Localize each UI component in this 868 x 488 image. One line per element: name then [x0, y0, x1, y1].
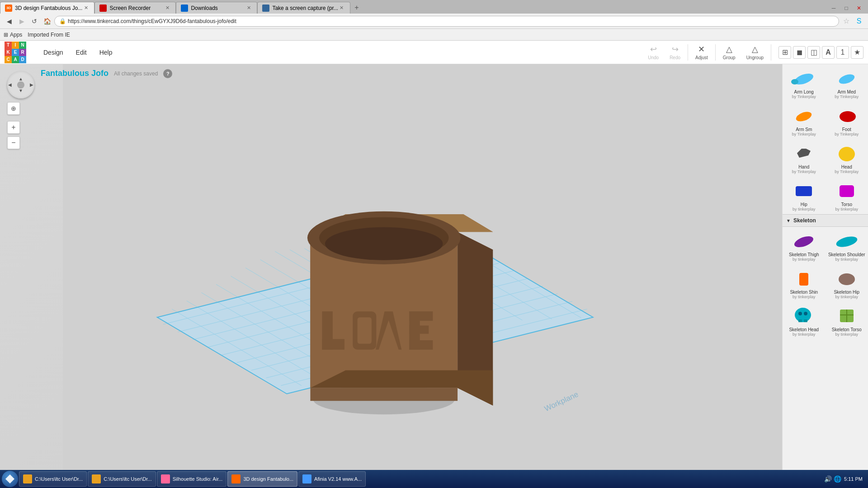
tab-downloads[interactable]: Downloads ✕	[176, 2, 257, 14]
star-view-button[interactable]: ★	[851, 46, 863, 59]
bookmark-apps[interactable]: ⊞ Apps	[4, 32, 22, 38]
shape-arm-sm[interactable]: Arm Sm by Tinkerplay	[783, 102, 826, 139]
tab-close-3d[interactable]: ✕	[82, 5, 90, 12]
skeleton-shin-preview	[790, 267, 817, 290]
compass-control[interactable]: ▲ ◀ ▶ ▼	[7, 71, 34, 99]
svg-rect-46	[358, 317, 372, 344]
tab-bar: 3D 3D design Fantabulous Jo... ✕ Screen …	[0, 0, 868, 14]
shape-hand[interactable]: Hand by Tinkerplay	[783, 139, 826, 177]
nav-edit[interactable]: Edit	[71, 47, 92, 58]
shape-arm-med[interactable]: Arm Med by Tinkerplay	[826, 64, 868, 102]
main-content: T I N K E R C A D Design Edit	[0, 41, 868, 488]
taskbar-app-afinia[interactable]: Afinia V2.14 www.A...	[298, 471, 366, 487]
svg-point-64	[835, 235, 859, 249]
taskbar-app-explorer-2[interactable]: C:\Users\ltc User\Dr...	[88, 471, 156, 487]
svg-point-63	[793, 234, 815, 249]
shape-arm-long[interactable]: Arm Long by Tinkerplay	[783, 64, 826, 102]
text-view-button[interactable]: A	[822, 46, 835, 59]
logo-T: T	[5, 42, 12, 49]
shape-skeleton-thigh[interactable]: Skeleton Thigh by tinkerplay	[783, 227, 826, 264]
orbit-button[interactable]: ⊕	[7, 102, 20, 115]
refresh-button[interactable]: ↺	[29, 16, 40, 27]
shape-torso[interactable]: Torso by tinkerplay	[826, 177, 868, 214]
shape-head[interactable]: Head by Tinkerplay	[826, 139, 868, 177]
forward-button[interactable]: ▶	[16, 16, 27, 27]
redo-icon: ↪	[672, 44, 679, 54]
start-button[interactable]	[2, 471, 18, 487]
arm-sm-author: by Tinkerplay	[792, 132, 816, 136]
shape-row-skeleton-2: Skeleton Shin by tinkerplay Skeleton Hip…	[783, 264, 868, 302]
grid-view-button[interactable]: ⊞	[778, 46, 791, 59]
system-clock: 5:11 PM	[844, 476, 863, 482]
nav-help[interactable]: Help	[94, 47, 118, 58]
new-tab-button[interactable]: +	[350, 2, 363, 14]
tinkercad-toolbar: ↩ Undo ↪ Redo ✕ Adjust △ Group	[644, 42, 863, 62]
adjust-button[interactable]: ✕ Adjust	[692, 42, 712, 62]
back-button[interactable]: ◀	[4, 16, 14, 27]
tab-capture[interactable]: Take a screen capture (pr... ✕	[257, 2, 350, 14]
svg-rect-49	[409, 311, 433, 321]
skype-icon[interactable]: S	[854, 16, 864, 27]
shape-skeleton-shoulder[interactable]: Skeleton Shoulder by tinkerplay	[826, 227, 868, 264]
url-bar[interactable]: 🔒 https://www.tinkercad.com/things/cEwGY…	[54, 16, 839, 27]
tab-screen-recorder[interactable]: Screen Recorder ✕	[94, 2, 176, 14]
ungroup-label: Ungroup	[746, 55, 764, 60]
skeleton-section-header[interactable]: ▼ Skeleton	[783, 214, 868, 227]
bookmark-imported-from-ie[interactable]: Imported From IE	[28, 32, 70, 38]
taskbar-icon-explorer-2	[92, 474, 101, 483]
head-preview	[833, 142, 860, 164]
shape-hip[interactable]: Hip by tinkerplay	[783, 177, 826, 214]
viewport[interactable]: Workplane	[0, 64, 868, 488]
shape-skeleton-body[interactable]: Skeleton Torso by tinkerplay	[826, 302, 868, 339]
taskbar-app-3d[interactable]: 3D design Fantabulo...	[227, 471, 297, 487]
panel-toggle-button[interactable]: ❯	[782, 267, 783, 285]
group-button[interactable]: △ Group	[719, 42, 739, 62]
taskbar-app-explorer-1[interactable]: C:\Users\ltc User\Dr...	[19, 471, 87, 487]
svg-point-70	[798, 312, 802, 315]
arm-sm-preview	[790, 104, 817, 127]
shape-skeleton-shin[interactable]: Skeleton Shin by tinkerplay	[783, 264, 826, 302]
taskbar-icon-silhouette	[161, 474, 170, 483]
toolbar-divider-2	[715, 44, 716, 61]
svg-rect-44	[322, 339, 344, 349]
skeleton-thigh-name: Skeleton Thigh	[789, 252, 819, 257]
tab-close-dl[interactable]: ✕	[245, 5, 252, 12]
svg-point-58	[840, 111, 856, 122]
redo-label: Redo	[670, 55, 680, 60]
shape-foot[interactable]: Foot by Tinkerplay	[826, 102, 868, 139]
maximize-button[interactable]: □	[841, 3, 852, 14]
zoom-in-button[interactable]: +	[7, 121, 20, 134]
number-view-button[interactable]: 1	[836, 46, 849, 59]
ungroup-button[interactable]: △ Ungroup	[743, 42, 767, 62]
undo-button[interactable]: ↩ Undo	[644, 42, 662, 62]
tab-3d-design[interactable]: 3D 3D design Fantabulous Jo... ✕	[0, 2, 94, 14]
shape-view-button[interactable]: ◫	[807, 46, 820, 59]
minimize-button[interactable]: ─	[828, 3, 839, 14]
tab-close-rec[interactable]: ✕	[164, 5, 171, 12]
tab-close-cap[interactable]: ✕	[338, 5, 345, 12]
hand-name: Hand	[798, 164, 809, 169]
redo-button[interactable]: ↪ Redo	[666, 42, 684, 62]
skeleton-body-name: Skeleton Torso	[832, 327, 862, 332]
shape-row-armfoot: Arm Sm by Tinkerplay Foot by Tinkerplay	[783, 102, 868, 139]
tab-favicon-3d: 3D	[5, 5, 12, 12]
cube-view-button[interactable]: ◼	[793, 46, 806, 59]
nav-design[interactable]: Design	[38, 47, 69, 58]
tinkercad-header: T I N K E R C A D Design Edit	[0, 41, 868, 64]
bookmark-star-button[interactable]: ☆	[841, 16, 852, 27]
system-tray: 🔊 🌐	[824, 475, 841, 483]
help-button[interactable]: ?	[163, 69, 172, 78]
save-status: All changes saved	[114, 70, 158, 77]
svg-point-71	[804, 312, 807, 315]
svg-rect-50	[409, 325, 429, 333]
shape-skeleton-hip[interactable]: Skeleton Hip by tinkerplay	[826, 264, 868, 302]
svg-rect-62	[840, 185, 854, 197]
close-button[interactable]: ✕	[854, 3, 864, 14]
home-nav-button[interactable]: 🏠	[42, 16, 52, 27]
shape-skeleton-skull[interactable]: Skeleton Head by tinkerplay	[783, 302, 826, 339]
taskbar-title-silhouette: Silhouette Studio: Air...	[173, 476, 223, 482]
taskbar-right: 🔊 🌐 5:11 PM	[824, 475, 866, 483]
hip-name: Hip	[801, 202, 807, 207]
taskbar-app-silhouette[interactable]: Silhouette Studio: Air...	[157, 471, 227, 487]
zoom-out-button[interactable]: −	[7, 136, 20, 149]
